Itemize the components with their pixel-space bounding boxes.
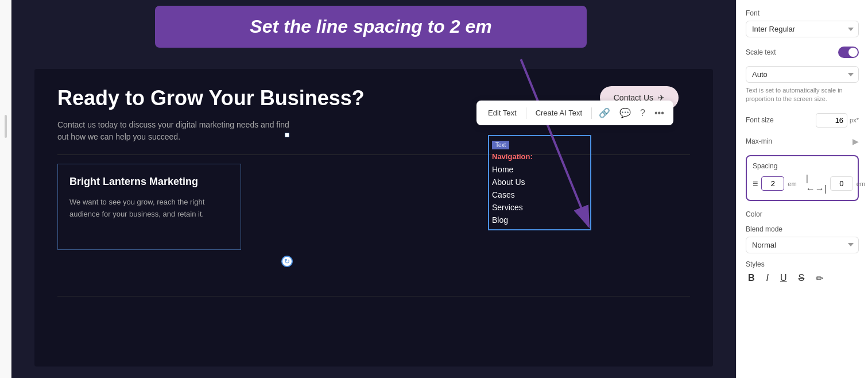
link-icon-button[interactable]: 🔗 xyxy=(596,105,613,121)
nav-items-list: HomeAbout UsCasesServicesBlog xyxy=(492,163,587,226)
nav-item: Cases xyxy=(492,188,587,201)
scale-text-label: Scale text xyxy=(746,48,776,56)
scale-text-row: Scale text xyxy=(746,47,859,58)
font-size-label: Font size xyxy=(746,116,774,124)
create-ai-text-button[interactable]: Create AI Text xyxy=(531,106,587,119)
line-spacing-input[interactable] xyxy=(761,176,784,191)
underline-button[interactable]: U xyxy=(778,272,789,284)
styles-row: B I U S ✏ xyxy=(746,272,859,285)
hero-subtitle: Contact us today to discuss your digital… xyxy=(57,119,299,143)
company-info-box[interactable]: Bright Lanterns Marketing We want to see… xyxy=(57,164,241,250)
nav-item: Home xyxy=(492,163,587,176)
maxmin-section: Max-min ▶ xyxy=(746,137,859,146)
more-options-button[interactable]: ••• xyxy=(652,106,666,121)
toolbar-divider-2 xyxy=(591,107,592,119)
styles-section: Styles B I U S ✏ xyxy=(746,260,859,285)
bold-button[interactable]: B xyxy=(746,272,757,284)
nav-element[interactable]: Text Navigation: HomeAbout UsCasesServic… xyxy=(488,135,591,230)
maxmin-row: Max-min ▶ xyxy=(746,137,859,146)
color-label: Color xyxy=(746,210,859,218)
text-toolbar: Edit Text Create AI Text 🔗 💬 ? ••• xyxy=(476,101,673,125)
custom-style-button[interactable]: ✏ xyxy=(813,272,826,285)
h-spacing-input[interactable] xyxy=(830,176,853,191)
rotate-icon: ↻ xyxy=(284,257,290,265)
sidebar-handle[interactable] xyxy=(5,115,7,138)
handle-ml[interactable] xyxy=(285,133,289,137)
company-name: Bright Lanterns Marketing xyxy=(69,176,229,188)
instruction-banner: Set the line spacing to 2 em xyxy=(155,6,587,48)
blend-mode-section: Blend mode Normal xyxy=(746,225,859,253)
font-size-row: Font size px* xyxy=(746,113,859,128)
blend-mode-label: Blend mode xyxy=(746,225,859,233)
nav-text-label: Text xyxy=(492,141,509,149)
line-spacing-icon: ≡ xyxy=(753,179,758,189)
spacing-row: ≡ em |←→| em xyxy=(753,173,852,194)
right-panel: Font Inter Regular Scale text Auto Text … xyxy=(736,0,868,378)
font-section: Font Inter Regular xyxy=(746,9,859,37)
spacing-section: Spacing ≡ em |←→| em xyxy=(746,155,859,201)
nav-item: Services xyxy=(492,201,587,214)
maxmin-arrow-icon[interactable]: ▶ xyxy=(852,137,859,146)
font-size-section: Font size px* xyxy=(746,113,859,128)
divider xyxy=(57,155,690,155)
font-select[interactable]: Inter Regular xyxy=(746,21,859,37)
canvas-content: Contact Us ✈ Ready to Grow Your Business… xyxy=(34,69,713,367)
help-icon-button[interactable]: ? xyxy=(638,106,648,121)
divider-bottom xyxy=(57,296,690,296)
h-spacing-icon: |←→| xyxy=(806,173,827,194)
maxmin-label: Max-min xyxy=(746,137,772,145)
nav-item: About Us xyxy=(492,176,587,188)
toolbar-divider xyxy=(526,107,526,119)
left-sidebar xyxy=(0,0,11,378)
blend-mode-select[interactable]: Normal xyxy=(746,237,859,253)
comment-icon-button[interactable]: 💬 xyxy=(617,105,633,121)
scale-text-toggle[interactable] xyxy=(838,47,859,58)
scale-text-section: Scale text Auto Text is set to automatic… xyxy=(746,47,859,104)
instruction-text: Set the line spacing to 2 em xyxy=(250,16,491,37)
scale-hint: Text is set to automatically scale in pr… xyxy=(746,86,859,104)
font-size-unit: px* xyxy=(850,117,859,124)
nav-heading: Navigation: xyxy=(492,152,587,161)
canvas-area: Set the line spacing to 2 em Contact Us … xyxy=(11,0,736,378)
strikethrough-button[interactable]: S xyxy=(796,272,807,284)
bottom-section: Bright Lanterns Marketing We want to see… xyxy=(57,164,690,250)
italic-button[interactable]: I xyxy=(764,272,771,284)
font-label: Font xyxy=(746,9,859,17)
rotate-handle[interactable]: ↻ xyxy=(281,256,293,267)
h-spacing-unit: em xyxy=(857,180,865,187)
spacing-label: Spacing xyxy=(753,162,852,170)
nav-item: Blog xyxy=(492,214,587,226)
color-section: Color xyxy=(746,210,859,218)
scale-select[interactable]: Auto xyxy=(746,66,859,83)
company-desc: We want to see you grow, reach the right… xyxy=(69,196,229,221)
styles-label: Styles xyxy=(746,260,859,268)
line-spacing-unit: em xyxy=(788,180,796,187)
edit-text-button[interactable]: Edit Text xyxy=(483,106,521,119)
font-size-input[interactable] xyxy=(816,113,847,128)
